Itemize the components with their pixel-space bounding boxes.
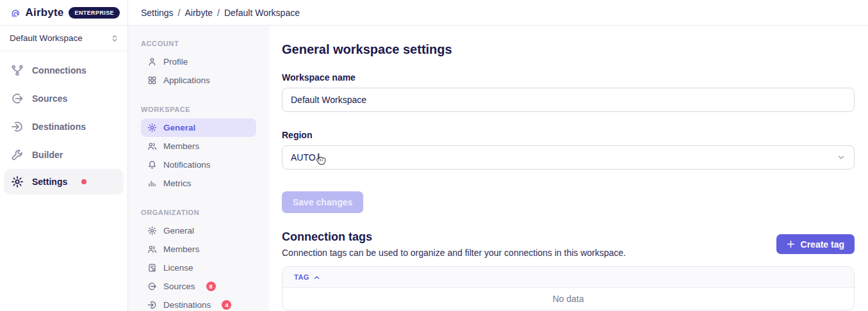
page-title: General workspace settings (282, 42, 855, 57)
sidebar-item-label: Destinations (32, 122, 86, 132)
sidebar-item-settings[interactable]: Settings (4, 169, 124, 195)
settings-nav-item-label: General (163, 226, 194, 235)
settings-nav-item-workspace-members[interactable]: Members (141, 137, 256, 156)
sort-ascending-icon (313, 274, 320, 281)
chevron-down-icon (837, 153, 846, 162)
breadcrumb-item[interactable]: Airbyte (184, 8, 213, 18)
connection-tags-title: Connection tags (282, 230, 626, 244)
save-changes-button[interactable]: Save changes (282, 191, 363, 213)
settings-nav-item-workspace-general[interactable]: General (141, 118, 256, 137)
sidebar-item-sources[interactable]: Sources (4, 84, 124, 112)
workspace-name-field: Workspace name (282, 72, 855, 112)
notification-dot (81, 179, 86, 184)
settings-nav-item-label: Destinations (163, 300, 211, 310)
gear-icon (147, 226, 157, 235)
settings-nav-item-label: License (163, 263, 193, 273)
settings-nav-section-title: WORKSPACE (141, 106, 256, 113)
settings-nav-item-organization-general[interactable]: General (141, 221, 256, 240)
settings-nav-item-label: Metrics (163, 179, 192, 188)
plus-icon (787, 240, 795, 248)
create-tag-button-label: Create tag (801, 239, 844, 250)
primary-nav: ConnectionsSourcesDestinationsBuilderSet… (0, 51, 127, 195)
workspace-selector[interactable]: Default Workspace (0, 26, 127, 51)
settings-nav-item-workspace-notifications[interactable]: Notifications (141, 156, 256, 174)
settings-nav-section-account: ACCOUNTProfileApplications (141, 40, 256, 90)
source-icon (147, 282, 157, 291)
settings-nav-item-label: Applications (163, 76, 210, 85)
sidebar-item-label: Connections (32, 65, 86, 76)
settings-nav-item-label: Members (163, 244, 199, 254)
settings-nav-section-title: ORGANIZATION (141, 209, 256, 216)
breadcrumb-separator: / (217, 8, 220, 18)
create-tag-button[interactable]: Create tag (776, 234, 855, 254)
license-icon (147, 263, 157, 273)
settings-nav-item-label: General (163, 123, 195, 132)
tag-column-header[interactable]: TAG (283, 267, 854, 288)
people-icon (147, 141, 157, 151)
settings-nav-item-organization-license[interactable]: License (141, 259, 256, 277)
logo-row: Airbyte ENTERPRISE (0, 0, 127, 26)
sidebar-item-builder[interactable]: Builder (4, 141, 124, 168)
settings-nav-item-organization-members[interactable]: Members (141, 240, 256, 259)
settings-nav-section-organization: ORGANIZATIONGeneralMembersLicenseSources… (141, 209, 256, 311)
connections-icon (11, 64, 24, 77)
count-badge: 8 (206, 282, 216, 291)
content-row: ACCOUNTProfileApplicationsWORKSPACEGener… (128, 26, 868, 311)
logo-text: Airbyte (26, 6, 64, 19)
right-column: Settings/Airbyte/Default Workspace ACCOU… (128, 0, 868, 311)
destination-icon (11, 120, 24, 133)
main-content: General workspace settings Workspace nam… (269, 26, 868, 311)
settings-nav-item-workspace-metrics[interactable]: Metrics (141, 174, 256, 193)
people-icon (147, 244, 157, 254)
gear-icon (11, 175, 24, 188)
builder-icon (11, 148, 24, 161)
airbyte-logo-icon (10, 6, 20, 20)
sidebar-item-label: Settings (32, 177, 67, 187)
grid-icon (147, 76, 157, 85)
chevron-updown-icon (110, 34, 119, 43)
breadcrumb: Settings/Airbyte/Default Workspace (141, 8, 300, 18)
sidebar-item-connections[interactable]: Connections (4, 56, 124, 84)
region-label: Region (282, 130, 855, 140)
count-badge: 4 (222, 300, 231, 310)
sidebar-item-label: Sources (32, 93, 67, 104)
person-icon (147, 57, 157, 67)
bell-icon (147, 160, 157, 170)
sidebar-item-label: Builder (32, 150, 63, 160)
settings-nav-item-organization-destinations[interactable]: Destinations4 (141, 296, 256, 311)
destination-icon (147, 300, 157, 310)
tag-column-label: TAG (294, 273, 309, 281)
connection-tags-description: Connection tags can be used to organize … (282, 248, 626, 258)
settings-nav-item-label: Profile (163, 57, 188, 67)
workspace-name-label: Workspace name (282, 72, 855, 83)
connection-tags-text: Connection tags Connection tags can be u… (282, 230, 626, 258)
settings-nav-item-account-profile[interactable]: Profile (141, 52, 256, 71)
topbar: Settings/Airbyte/Default Workspace (128, 0, 868, 26)
settings-nav-item-organization-sources[interactable]: Sources8 (141, 277, 256, 296)
connection-tags-table: TAG No data (282, 266, 855, 310)
sidebar-item-destinations[interactable]: Destinations (4, 113, 124, 140)
settings-nav-item-label: Members (163, 141, 199, 151)
primary-sidebar: Airbyte ENTERPRISE Default Workspace Con… (0, 0, 128, 311)
settings-nav-section-workspace: WORKSPACEGeneralMembersNotificationsMetr… (141, 106, 256, 193)
region-select[interactable]: AUTO (282, 145, 855, 170)
breadcrumb-item[interactable]: Settings (141, 8, 174, 18)
settings-nav-item-label: Notifications (163, 160, 211, 170)
gear-icon (147, 123, 157, 132)
source-icon (11, 92, 24, 105)
settings-nav-section-title: ACCOUNT (141, 40, 256, 47)
settings-nav-item-label: Sources (163, 282, 195, 291)
settings-nav: ACCOUNTProfileApplicationsWORKSPACEGener… (128, 26, 269, 311)
table-empty-state: No data (283, 288, 854, 310)
app-window: Airbyte ENTERPRISE Default Workspace Con… (0, 0, 868, 311)
workspace-name-input[interactable] (282, 88, 855, 112)
enterprise-badge: ENTERPRISE (69, 7, 120, 19)
settings-nav-item-account-applications[interactable]: Applications (141, 71, 256, 90)
breadcrumb-item[interactable]: Default Workspace (224, 8, 300, 18)
region-select-value: AUTO (291, 152, 316, 163)
region-field: Region AUTO (282, 130, 855, 170)
metrics-icon (147, 179, 157, 188)
workspace-selector-label: Default Workspace (10, 33, 83, 43)
breadcrumb-separator: / (178, 8, 181, 18)
connection-tags-header: Connection tags Connection tags can be u… (282, 230, 855, 258)
